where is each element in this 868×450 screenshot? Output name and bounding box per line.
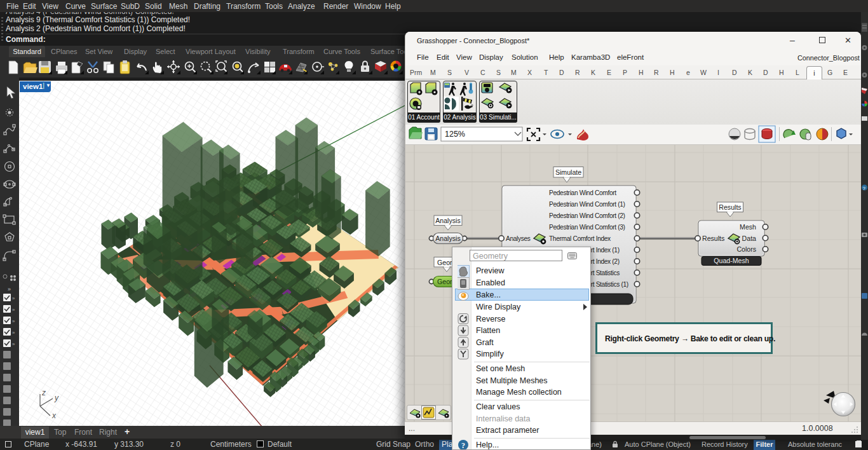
svg-text:z: z bbox=[41, 388, 46, 397]
svg-text:»: » bbox=[12, 296, 15, 301]
svg-text:Pedestrian Wind Comfort: Pedestrian Wind Comfort bbox=[549, 189, 616, 196]
svg-text:Analysis: Analysis bbox=[435, 217, 460, 224]
svg-text:»: » bbox=[12, 341, 15, 347]
svg-text:Data: Data bbox=[742, 235, 756, 242]
svg-text:Analyses: Analyses bbox=[506, 235, 531, 242]
svg-text:Colors: Colors bbox=[736, 245, 756, 253]
svg-text:»: » bbox=[12, 330, 15, 336]
svg-text:Mesh: Mesh bbox=[740, 223, 756, 231]
svg-text:?: ? bbox=[863, 186, 866, 191]
svg-text:»: » bbox=[12, 318, 15, 324]
svg-text:Quad-Mesh: Quad-Mesh bbox=[714, 257, 749, 264]
svg-text:125%: 125% bbox=[445, 130, 465, 139]
svg-text:Results: Results bbox=[702, 235, 724, 242]
svg-text:Analysis: Analysis bbox=[435, 235, 460, 242]
svg-text:»: » bbox=[12, 307, 15, 313]
svg-text:»: » bbox=[8, 286, 11, 292]
svg-text:Results: Results bbox=[719, 203, 741, 211]
svg-text:?: ? bbox=[461, 441, 465, 450]
svg-text:x: x bbox=[51, 411, 57, 420]
svg-text:y: y bbox=[54, 393, 59, 402]
svg-text:Simulate: Simulate bbox=[555, 168, 581, 176]
svg-text:Thermal Comfort Index: Thermal Comfort Index bbox=[549, 235, 611, 242]
svg-text:Pedestrian Wind Comfort (3): Pedestrian Wind Comfort (3) bbox=[549, 224, 625, 231]
svg-text:Pedestrian Wind Comfort (2): Pedestrian Wind Comfort (2) bbox=[549, 212, 625, 219]
svg-text:Right-click Geometry → Bake to: Right-click Geometry → Bake to edit or c… bbox=[605, 334, 775, 343]
svg-text:Pedestrian Wind Comfort (1): Pedestrian Wind Comfort (1) bbox=[549, 201, 625, 208]
